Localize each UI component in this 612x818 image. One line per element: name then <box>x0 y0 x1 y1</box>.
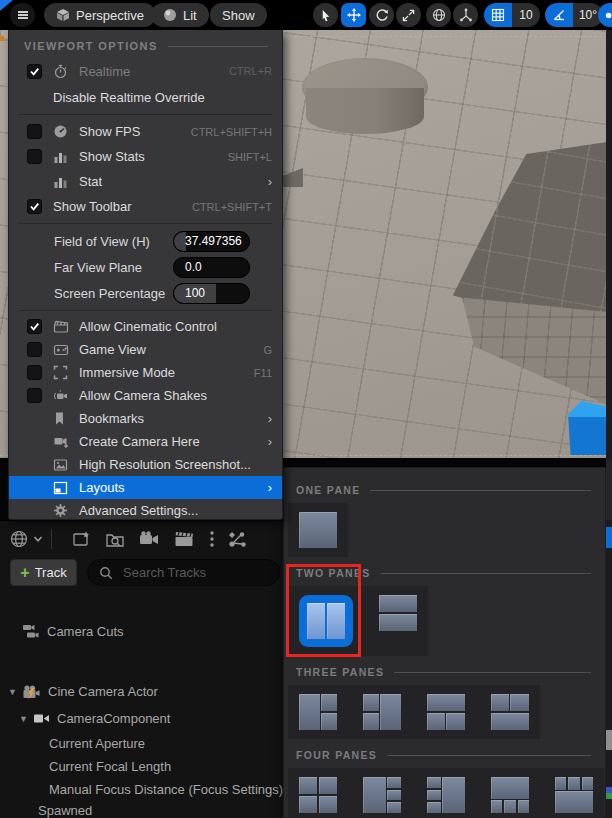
field-value: 37.497356 <box>174 234 242 248</box>
menu-item-label: Allow Cinematic Control <box>79 319 272 334</box>
lit-label: Lit <box>183 8 197 23</box>
track-label: Manual Focus Distance (Focus Settings) <box>49 782 283 797</box>
track-row-current-aperture[interactable]: Current Aperture <box>0 732 283 755</box>
chevron-down-icon[interactable] <box>33 534 43 544</box>
search-tracks-input[interactable] <box>121 564 261 581</box>
move-tool-button[interactable] <box>341 3 366 27</box>
layout-button-three-panes-bottom[interactable] <box>427 694 465 730</box>
world-binding-button[interactable] <box>9 529 29 549</box>
right-edge-panel-strip <box>606 30 612 818</box>
menu-item-disable-realtime-override[interactable]: Disable Realtime Override <box>9 84 282 110</box>
add-track-button[interactable]: + Track <box>10 559 77 586</box>
checkbox[interactable] <box>27 124 42 139</box>
layout-button-one-pane[interactable] <box>299 512 337 548</box>
local-space-button[interactable] <box>453 3 478 27</box>
camera-speed-button[interactable] <box>598 3 612 27</box>
layout-button-two-panes-side-by-side[interactable] <box>299 595 353 647</box>
menu-item-show-fps[interactable]: Show FPSCTRL+SHIFT+H <box>9 119 282 144</box>
menu-section-header: VIEWPORT OPTIONS <box>9 30 282 58</box>
screenshot-icon <box>53 458 68 472</box>
save-button[interactable] <box>72 530 91 549</box>
shortcut-label: SHIFT+L <box>228 151 272 163</box>
layout-button-four-panes-left[interactable] <box>363 777 401 813</box>
create-camera-button[interactable] <box>139 530 160 548</box>
layout-button-four-panes-top[interactable] <box>555 777 593 813</box>
menu-item-allow-camera-shakes[interactable]: Allow Camera Shakes <box>9 384 282 407</box>
layout-button-four-panes-quad[interactable] <box>299 777 337 813</box>
checkbox[interactable] <box>27 319 42 334</box>
search-tracks-box[interactable] <box>87 559 280 586</box>
checkbox[interactable] <box>27 388 42 403</box>
select-tool-button[interactable] <box>313 3 338 27</box>
field-input-far-view-plane[interactable]: 0.0 <box>173 257 250 278</box>
menu-item-advanced-settings[interactable]: Advanced Settings... <box>9 499 282 522</box>
four-panes-left-icon <box>363 777 401 813</box>
grid-snap-toggle[interactable] <box>484 3 512 27</box>
checkbox[interactable] <box>27 365 42 380</box>
hamburger-icon <box>16 8 30 22</box>
axes-icon <box>459 8 473 22</box>
layout-button-four-panes-bottom[interactable] <box>491 777 529 813</box>
menu-item-stat[interactable]: Stat› <box>9 169 282 194</box>
track-label: CameraComponent <box>57 711 170 726</box>
grid-snap-value[interactable]: 10 <box>512 3 540 27</box>
menu-item-show-stats[interactable]: Show StatsSHIFT+L <box>9 144 282 169</box>
submenu-arrow-icon: › <box>268 481 272 494</box>
track-row-spawned[interactable]: Spawned <box>0 799 283 818</box>
four-panes-right-icon <box>427 777 465 813</box>
stats-icon <box>53 174 68 189</box>
actions-button[interactable] <box>227 530 248 549</box>
track-row-cameracomponent[interactable]: ▼CameraComponent <box>0 707 283 730</box>
track-row-cine-camera-actor[interactable]: ▼Cine Camera Actor <box>0 680 283 703</box>
track-row-current-focal-length[interactable]: Current Focal Length <box>0 755 283 778</box>
track-row-camera-cuts[interactable]: Camera Cuts <box>0 620 283 643</box>
toolbar-separator <box>51 529 52 549</box>
checkbox[interactable] <box>27 342 42 357</box>
lit-button[interactable]: Lit <box>151 3 209 27</box>
field-input-screen-percentage[interactable]: 100 <box>173 283 250 304</box>
perspective-button[interactable]: Perspective <box>44 3 156 27</box>
layout-button-strip <box>288 685 540 739</box>
menu-item-layouts[interactable]: Layouts› <box>9 476 282 499</box>
render-movie-button[interactable] <box>174 530 195 548</box>
checkbox[interactable] <box>27 64 42 79</box>
menu-item-bookmarks[interactable]: Bookmarks› <box>9 407 282 430</box>
layout-button-two-panes-stacked[interactable] <box>379 595 417 631</box>
world-space-button[interactable] <box>426 3 451 27</box>
track-row-manual-focus-distance-focus-settings[interactable]: Manual Focus Distance (Focus Settings) <box>0 778 283 801</box>
find-in-content-browser-button[interactable] <box>105 530 125 549</box>
expander-icon[interactable]: ▼ <box>19 714 33 724</box>
layout-button-three-panes-top[interactable] <box>491 694 529 730</box>
menu-item-show-toolbar[interactable]: Show ToolbarCTRL+SHIFT+T <box>9 194 282 219</box>
field-input-field-of-view-h[interactable]: 37.497356 <box>173 231 250 252</box>
menu-item-allow-cinematic-control[interactable]: Allow Cinematic Control <box>9 315 282 338</box>
rotate-tool-button[interactable] <box>369 3 394 27</box>
menu-item-immersive-mode[interactable]: Immersive ModeF11 <box>9 361 282 384</box>
menu-item-create-camera-here[interactable]: Create Camera Here› <box>9 430 282 453</box>
show-button[interactable]: Show <box>210 3 267 27</box>
menu-item-high-resolution-screenshot[interactable]: High Resolution Screenshot... <box>9 453 282 476</box>
layout-button-three-panes-left[interactable] <box>299 694 337 730</box>
kebab-menu-icon[interactable] <box>209 530 215 548</box>
checkbox[interactable] <box>27 199 42 214</box>
layout-button-four-panes-right[interactable] <box>427 777 465 813</box>
camera-component-icon <box>33 712 50 725</box>
expander-icon[interactable]: ▼ <box>8 687 22 697</box>
layouts-submenu: ONE PANETWO PANESTHREE PANESFOUR PANES <box>283 467 606 818</box>
move-icon <box>347 8 361 22</box>
viewport-options-menu-button[interactable] <box>10 3 35 27</box>
three-panes-right-icon <box>363 694 401 730</box>
scale-tool-button[interactable] <box>396 3 421 27</box>
checkbox[interactable] <box>27 149 42 164</box>
menu-item-realtime[interactable]: RealtimeCTRL+R <box>9 58 282 84</box>
sequencer-toolbar <box>0 524 283 554</box>
menu-item-game-view[interactable]: Game ViewG <box>9 338 282 361</box>
world-icon <box>9 529 29 549</box>
one-pane-icon <box>299 512 337 548</box>
angle-snap-toggle[interactable] <box>545 3 573 27</box>
bookmark-icon <box>53 411 66 426</box>
grid-snap-icon <box>491 8 505 22</box>
clapperboard-icon <box>53 319 69 334</box>
sequencer-panel: + Track Camera Cuts▼Cine Camera Actor▼Ca… <box>0 520 283 818</box>
layout-button-three-panes-right[interactable] <box>363 694 401 730</box>
